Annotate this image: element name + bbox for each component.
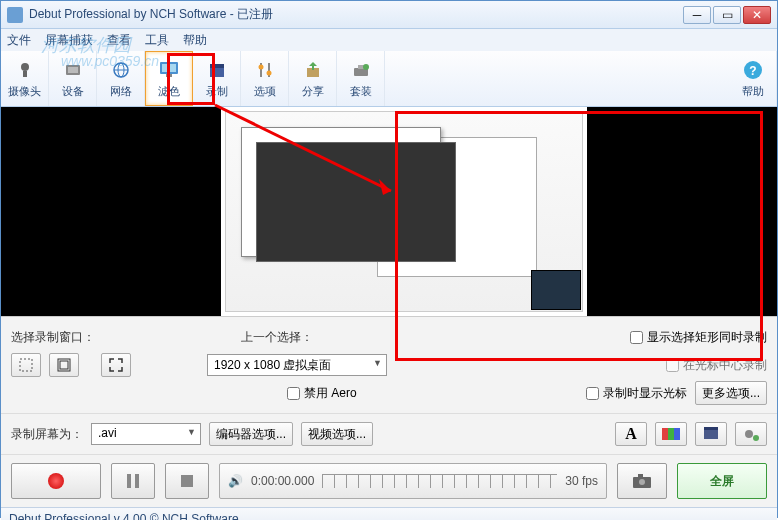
menu-help[interactable]: 帮助: [183, 32, 207, 49]
toolbox-icon: [349, 58, 373, 82]
record-start-button[interactable]: [11, 463, 101, 499]
select-window-label: 选择录制窗口：: [11, 329, 95, 346]
effects-button[interactable]: [695, 422, 727, 446]
svg-point-19: [363, 64, 369, 70]
pip-thumbnail: [531, 270, 581, 310]
svg-rect-1: [23, 71, 27, 77]
help-button[interactable]: ? 帮助: [729, 51, 777, 106]
globe-icon: [109, 58, 133, 82]
options-button[interactable]: 选项: [241, 51, 289, 106]
encoder-options-button[interactable]: 编码器选项...: [209, 422, 293, 446]
svg-point-0: [21, 63, 29, 71]
svg-point-33: [753, 435, 759, 441]
network-button[interactable]: 网络: [97, 51, 145, 106]
record-bar: 🔊 0:00:00.000 30 fps 全屏: [1, 455, 777, 507]
monitor-icon: [157, 58, 181, 82]
prev-select-label: 上一个选择：: [241, 329, 313, 346]
microphone-icon: [13, 58, 37, 82]
svg-line-22: [215, 105, 391, 191]
svg-rect-10: [210, 67, 224, 77]
window-title: Debut Professional by NCH Software - 已注册: [29, 6, 683, 23]
maximize-button[interactable]: ▭: [713, 6, 741, 24]
color-button[interactable]: [655, 422, 687, 446]
svg-rect-29: [674, 428, 680, 440]
timeline-ruler: [322, 474, 557, 488]
fullscreen-button[interactable]: 全屏: [677, 463, 767, 499]
show-rect-checkbox[interactable]: 显示选择矩形同时录制: [630, 329, 767, 346]
help-icon: ?: [741, 58, 765, 82]
fullscreen-sel-button[interactable]: [101, 353, 131, 377]
select-rect-button[interactable]: [11, 353, 41, 377]
svg-point-38: [639, 479, 645, 485]
kit-button[interactable]: 套装: [337, 51, 385, 106]
svg-rect-9: [166, 74, 172, 77]
cursor-center-checkbox[interactable]: 在光标中心录制: [666, 357, 767, 374]
app-icon: [7, 7, 23, 23]
svg-rect-31: [704, 427, 718, 430]
show-cursor-checkbox[interactable]: 录制时显示光标: [586, 385, 687, 402]
svg-point-15: [266, 71, 271, 76]
svg-rect-28: [668, 428, 674, 440]
text-overlay-button[interactable]: A: [615, 422, 647, 446]
webcam-overlay-button[interactable]: [735, 422, 767, 446]
svg-rect-34: [127, 474, 131, 488]
svg-rect-27: [662, 428, 668, 440]
time-display: 0:00:00.000: [251, 474, 314, 488]
sliders-icon: [253, 58, 277, 82]
device-button[interactable]: 设备: [49, 51, 97, 106]
preview-right-black: [587, 107, 777, 316]
svg-point-14: [258, 65, 263, 70]
screen-button[interactable]: 滤色: [145, 51, 193, 106]
format-combo[interactable]: .avi: [91, 423, 201, 445]
disable-aero-checkbox[interactable]: 禁用 Aero: [287, 385, 357, 402]
minimize-button[interactable]: ─: [683, 6, 711, 24]
menu-view[interactable]: 查看: [107, 32, 131, 49]
record-as-label: 录制屏幕为：: [11, 426, 83, 443]
device-icon: [61, 58, 85, 82]
svg-rect-39: [638, 474, 643, 478]
svg-rect-30: [704, 429, 718, 439]
menu-file[interactable]: 文件: [7, 32, 31, 49]
stop-button[interactable]: [165, 463, 209, 499]
share-icon: [301, 58, 325, 82]
status-text: Debut Professional v 4.00 © NCH Software: [9, 512, 239, 521]
main-toolbar: 摄像头 设备 网络 滤色 录制 选项 分享 套装 ? 帮助: [1, 51, 777, 107]
svg-rect-36: [181, 475, 193, 487]
video-options-button[interactable]: 视频选项...: [301, 422, 373, 446]
svg-text:?: ?: [749, 64, 756, 78]
camera-button[interactable]: 摄像头: [1, 51, 49, 106]
record-icon: [48, 473, 64, 489]
svg-rect-24: [20, 359, 32, 371]
preview-left-black: [1, 107, 221, 316]
svg-rect-11: [210, 64, 224, 68]
svg-rect-8: [162, 64, 176, 72]
close-button[interactable]: ✕: [743, 6, 771, 24]
select-window-button[interactable]: [49, 353, 79, 377]
menu-bar: 文件 屏幕捕获 查看 工具 帮助: [1, 29, 777, 51]
speaker-icon: 🔊: [228, 474, 243, 488]
svg-rect-26: [60, 361, 68, 369]
more-options-button[interactable]: 更多选项...: [695, 381, 767, 405]
svg-point-32: [745, 430, 753, 438]
timeline[interactable]: 🔊 0:00:00.000 30 fps: [219, 463, 607, 499]
clapper-icon: [205, 58, 229, 82]
share-button[interactable]: 分享: [289, 51, 337, 106]
menu-tools[interactable]: 工具: [145, 32, 169, 49]
svg-rect-3: [68, 67, 78, 73]
record-button[interactable]: 录制: [193, 51, 241, 106]
menu-capture[interactable]: 屏幕捕获: [45, 32, 93, 49]
svg-rect-35: [135, 474, 139, 488]
annotation-arrow: [211, 101, 411, 211]
pause-button[interactable]: [111, 463, 155, 499]
status-bar: Debut Professional v 4.00 © NCH Software: [1, 507, 777, 520]
snapshot-button[interactable]: [617, 463, 667, 499]
format-panel: 录制屏幕为： .avi 编码器选项... 视频选项... A: [1, 414, 777, 455]
selection-panel: 选择录制窗口： 上一个选择： 显示选择矩形同时录制 1920 x 1080 虚拟…: [1, 317, 777, 414]
fps-display: 30 fps: [565, 474, 598, 488]
resolution-combo[interactable]: 1920 x 1080 虚拟桌面: [207, 354, 387, 376]
